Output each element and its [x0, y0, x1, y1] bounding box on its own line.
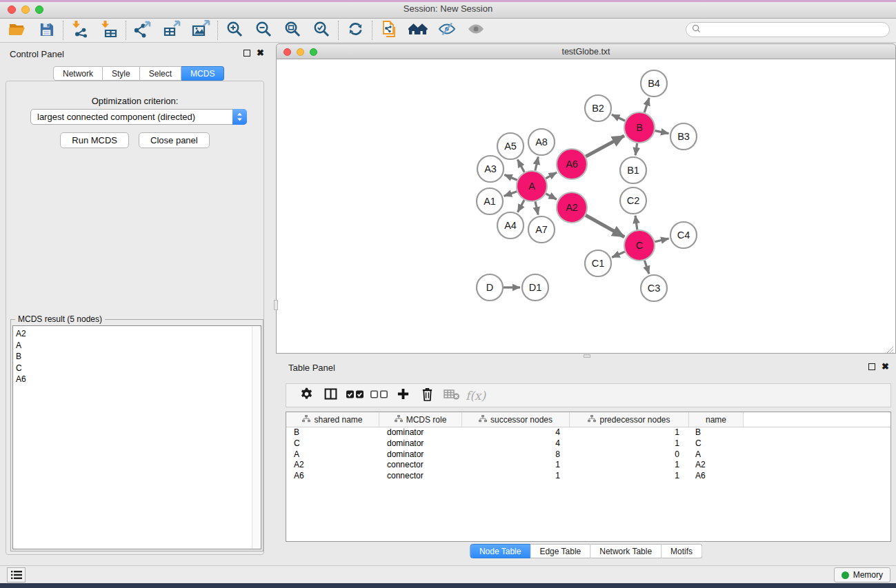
export-image-button[interactable]	[186, 20, 215, 41]
graph-node-B1[interactable]: B1	[620, 157, 646, 183]
save-session-button[interactable]	[32, 20, 61, 41]
graph-node-A2[interactable]: A2	[557, 192, 587, 223]
graph-node-B2[interactable]: B2	[585, 95, 611, 121]
graph-edge-A-A4[interactable]	[518, 200, 525, 212]
graph-edge-B-B2[interactable]	[612, 114, 625, 121]
zoom-fit-button[interactable]	[278, 20, 307, 41]
float-table-panel-icon[interactable]	[868, 363, 875, 370]
column-header-name[interactable]: name	[689, 412, 744, 427]
vertical-splitter-handle[interactable]	[274, 300, 278, 310]
mcds-result-item[interactable]: A2	[16, 328, 261, 340]
import-table-button[interactable]	[94, 20, 123, 41]
graph-edge-C-C1[interactable]	[612, 252, 625, 257]
export-table-button[interactable]	[157, 20, 186, 41]
graph-edge-A-A8[interactable]	[535, 156, 538, 170]
mcds-result-item[interactable]: A6	[16, 374, 261, 385]
graph-node-A5[interactable]: A5	[497, 133, 524, 159]
settings-gear-button[interactable]	[295, 385, 319, 406]
zoom-selected-button[interactable]	[307, 20, 336, 41]
table-row[interactable]: Bdominator41B	[286, 427, 890, 438]
node-table[interactable]: shared nameMCDS rolesuccessor nodesprede…	[286, 412, 891, 542]
table-row[interactable]: Adominator80A	[286, 449, 890, 460]
close-panel-button[interactable]: Close panel	[139, 132, 210, 148]
search-box[interactable]	[686, 22, 890, 37]
graph-node-C2[interactable]: C2	[620, 187, 646, 214]
mcds-result-item[interactable]: A	[16, 340, 261, 352]
zoom-in-button[interactable]	[220, 20, 249, 41]
graph-node-A1[interactable]: A1	[477, 188, 503, 214]
add-row-button[interactable]	[391, 385, 415, 406]
graph-node-A8[interactable]: A8	[528, 129, 555, 155]
open-session-button[interactable]	[3, 20, 32, 41]
close-table-panel-icon[interactable]: ✖	[882, 363, 889, 370]
graph-edge-C-C4[interactable]	[655, 239, 668, 242]
graph-node-C4[interactable]: C4	[670, 222, 697, 248]
clone-network-button[interactable]	[375, 20, 404, 41]
graph-edge-C-C2[interactable]	[635, 216, 637, 230]
home-button[interactable]	[404, 20, 432, 41]
graph-edge-A-A1[interactable]	[504, 192, 517, 196]
graph-node-D1[interactable]: D1	[522, 274, 548, 301]
export-network-button[interactable]	[128, 20, 157, 41]
graph-edge-A-A7[interactable]	[535, 201, 538, 214]
graph-edge-B-B3[interactable]	[655, 131, 669, 134]
graph-node-B3[interactable]: B3	[670, 123, 697, 150]
tab-network[interactable]: Network	[53, 66, 103, 81]
tab-node-table[interactable]: Node Table	[470, 544, 531, 558]
tab-motifs[interactable]: Motifs	[661, 544, 702, 558]
graph-edge-A-A6[interactable]	[546, 172, 557, 179]
task-history-button[interactable]	[7, 567, 26, 582]
mcds-result-list[interactable]: A2ABCA6	[12, 325, 261, 549]
bird-eye-view-button[interactable]	[461, 20, 490, 41]
tab-network-table[interactable]: Network Table	[590, 544, 661, 558]
graph-node-A4[interactable]: A4	[497, 212, 524, 239]
column-header-predecessor-nodes[interactable]: predecessor nodes	[570, 412, 689, 427]
column-header-successor-nodes[interactable]: successor nodes	[462, 412, 570, 427]
table-row[interactable]: A6connector11A6	[286, 471, 890, 482]
column-header-shared-name[interactable]: shared name	[286, 412, 379, 427]
mcds-result-item[interactable]: C	[16, 363, 261, 374]
tab-select[interactable]: Select	[140, 66, 181, 81]
graphics-details-button[interactable]	[432, 20, 461, 41]
select-all-button[interactable]	[343, 385, 367, 406]
search-input[interactable]	[704, 25, 877, 34]
graph-edge-B-B4[interactable]	[644, 98, 649, 112]
network-canvas[interactable]: B4B2BB3A8A5A6A3B1AC2A1A2A4A7C4CC1DD1C3	[276, 59, 896, 354]
table-row[interactable]: A2connector11A2	[286, 460, 890, 471]
mcds-result-item[interactable]: B	[16, 351, 261, 363]
graph-edge-A-A3[interactable]	[504, 174, 517, 180]
graph-edge-A-A2[interactable]	[546, 194, 557, 199]
graph-node-C[interactable]: C	[624, 230, 655, 261]
refresh-button[interactable]	[341, 20, 370, 41]
memory-button[interactable]: Memory	[834, 567, 890, 582]
graph-node-A[interactable]: A	[517, 171, 547, 201]
close-panel-icon[interactable]: ✖	[257, 50, 264, 57]
graph-node-D[interactable]: D	[477, 274, 503, 301]
tab-style[interactable]: Style	[103, 66, 140, 81]
graph-edge-B-B1[interactable]	[635, 143, 637, 155]
zoom-out-button[interactable]	[249, 20, 278, 41]
graph-edge-C-C3[interactable]	[644, 261, 649, 274]
delete-selected-button[interactable]	[415, 385, 439, 406]
graph-node-B4[interactable]: B4	[641, 70, 667, 97]
graph-node-B[interactable]: B	[624, 112, 655, 143]
tab-mcds[interactable]: MCDS	[181, 66, 224, 81]
column-header-MCDS-role[interactable]: MCDS role	[379, 412, 462, 427]
float-panel-icon[interactable]	[243, 50, 250, 57]
deselect-all-button[interactable]	[367, 385, 391, 406]
import-network-button[interactable]	[66, 20, 94, 41]
splitter-handle[interactable]	[584, 354, 590, 358]
run-mcds-button[interactable]: Run MCDS	[60, 132, 129, 148]
graph-node-A7[interactable]: A7	[528, 216, 555, 243]
graph-node-C3[interactable]: C3	[641, 275, 667, 301]
resize-grip-icon[interactable]	[886, 344, 894, 352]
graph-node-A3[interactable]: A3	[477, 156, 504, 182]
table-row[interactable]: Cdominator41C	[286, 438, 890, 449]
graph-edge-A6-B[interactable]	[586, 136, 624, 156]
graph-node-C1[interactable]: C1	[585, 250, 611, 276]
network-window-titlebar[interactable]: testGlobe.txt	[276, 43, 896, 59]
graph-edge-A2-C[interactable]	[586, 215, 624, 237]
column-selector-button[interactable]	[319, 385, 343, 406]
graph-node-A6[interactable]: A6	[557, 149, 587, 179]
horizontal-splitter[interactable]	[276, 354, 896, 358]
